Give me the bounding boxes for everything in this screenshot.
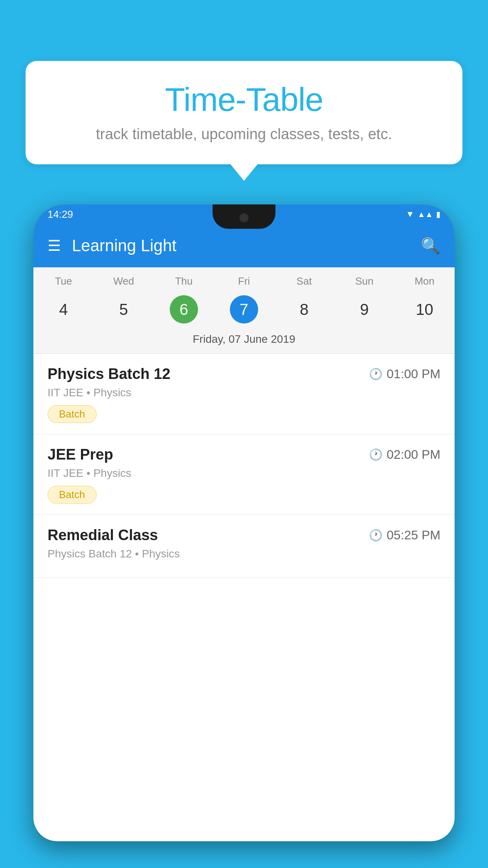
item-time-2: 🕐 02:00 PM [369,447,440,462]
speech-bubble: Time-Table track timetable, upcoming cla… [26,61,462,164]
signal-icon: ▲▲ [417,210,433,219]
date-9[interactable]: 9 [334,295,394,324]
search-icon[interactable]: 🔍 [421,237,440,255]
time-value-1: 01:00 PM [387,367,440,381]
clock-icon-3: 🕐 [369,529,383,542]
phone-mockup: 14:29 ▼ ▲▲ ▮ ☰ Learning Light 🔍 Tue Wed … [33,204,455,868]
day-fri: Fri [214,275,274,287]
battery-icon: ▮ [436,210,440,219]
schedule-item-1[interactable]: Physics Batch 12 🕐 01:00 PM IIT JEE • Ph… [33,354,455,434]
date-7[interactable]: 7 [214,295,274,324]
day-wed: Wed [94,275,154,287]
clock-icon-1: 🕐 [369,368,383,381]
app-title: Learning Light [72,236,421,255]
item-title-1: Physics Batch 12 [48,366,171,383]
date-8[interactable]: 8 [274,295,334,324]
date-10[interactable]: 10 [394,295,455,324]
wifi-icon: ▼ [406,209,415,219]
item-header-2: JEE Prep 🕐 02:00 PM [48,446,440,463]
item-time-3: 🕐 05:25 PM [369,528,440,542]
day-mon: Mon [394,275,455,287]
phone-notch [213,204,275,229]
item-meta-1: IIT JEE • Physics [48,386,440,399]
selected-date-label: Friday, 07 June 2019 [33,330,455,353]
batch-badge-1: Batch [48,405,97,423]
bubble-title: Time-Table [49,81,439,119]
status-icons: ▼ ▲▲ ▮ [406,209,440,219]
phone-screen: 14:29 ▼ ▲▲ ▮ ☰ Learning Light 🔍 Tue Wed … [33,204,455,841]
schedule-item-2[interactable]: JEE Prep 🕐 02:00 PM IIT JEE • Physics Ba… [33,434,455,515]
time-value-3: 05:25 PM [387,528,440,542]
schedule-item-3[interactable]: Remedial Class 🕐 05:25 PM Physics Batch … [33,515,455,578]
days-header: Tue Wed Thu Fri Sat Sun Mon [33,267,455,291]
item-meta-2: IIT JEE • Physics [48,467,440,480]
menu-icon[interactable]: ☰ [48,238,61,253]
item-time-1: 🕐 01:00 PM [369,367,440,381]
clock-icon-2: 🕐 [369,448,383,461]
status-time: 14:29 [48,208,73,221]
day-sun: Sun [334,275,394,287]
time-value-2: 02:00 PM [387,447,440,462]
schedule-container: Physics Batch 12 🕐 01:00 PM IIT JEE • Ph… [33,354,455,826]
item-header-3: Remedial Class 🕐 05:25 PM [48,527,440,544]
phone-frame: 14:29 ▼ ▲▲ ▮ ☰ Learning Light 🔍 Tue Wed … [33,204,455,841]
camera [239,213,249,223]
date-numbers: 4 5 6 7 8 9 10 [33,291,455,330]
date-4[interactable]: 4 [33,295,94,324]
calendar-section: Tue Wed Thu Fri Sat Sun Mon 4 5 6 7 8 9 … [33,267,455,354]
date-5[interactable]: 5 [94,295,154,324]
day-thu: Thu [154,275,214,287]
day-tue: Tue [33,275,94,287]
day-sat: Sat [274,275,334,287]
item-meta-3: Physics Batch 12 • Physics [48,548,440,560]
item-header-1: Physics Batch 12 🕐 01:00 PM [48,366,440,383]
item-title-2: JEE Prep [48,446,113,463]
batch-badge-2: Batch [48,486,97,504]
app-bar: ☰ Learning Light 🔍 [33,224,455,267]
date-6[interactable]: 6 [154,295,214,324]
item-title-3: Remedial Class [48,527,158,544]
bubble-subtitle: track timetable, upcoming classes, tests… [49,126,439,143]
